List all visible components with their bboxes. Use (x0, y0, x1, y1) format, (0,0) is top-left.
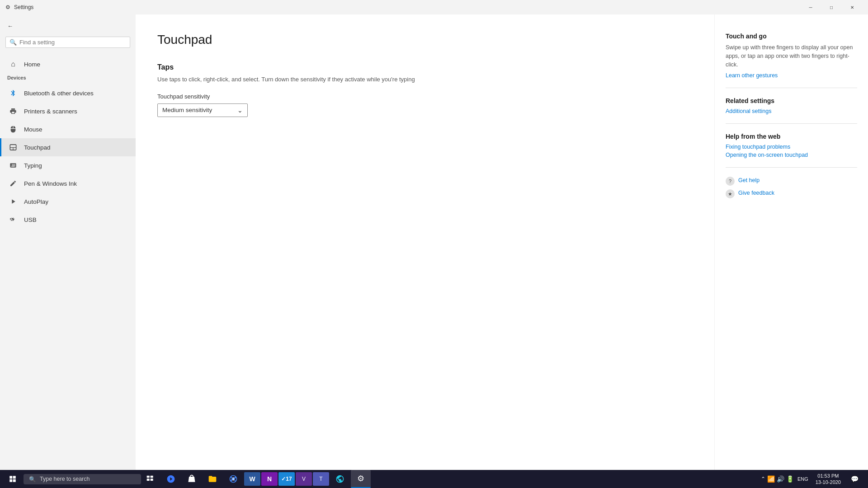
touch-and-go-section: Touch and go Swipe up with three fingers… (726, 33, 857, 79)
taskbar-app-vs[interactable]: V (296, 472, 312, 486)
back-icon: ← (7, 23, 13, 29)
typing-icon (9, 161, 18, 170)
restore-button[interactable]: □ (821, 0, 842, 14)
give-feedback-link[interactable]: Give feedback (738, 190, 774, 196)
minimize-button[interactable]: ─ (800, 0, 821, 14)
notification-button[interactable]: 💬 (846, 470, 863, 488)
help-title: Help from the web (726, 133, 857, 140)
taskbar-app-explorer[interactable] (203, 470, 222, 488)
printer-icon (9, 107, 18, 116)
taps-section-desc: Use taps to click, right-click, and sele… (157, 75, 429, 84)
sidebar-section-label: Devices (0, 73, 136, 84)
taps-section: Taps Use taps to click, right-click, and… (157, 63, 693, 117)
svg-rect-3 (147, 476, 150, 478)
sidebar: ← 🔍 ⌂ Home Devices Bluetooth & other dev… (0, 14, 136, 470)
sidebar-item-mouse[interactable]: Mouse (0, 120, 136, 138)
sidebar-item-pen[interactable]: Pen & Windows Ink (0, 174, 136, 192)
sidebar-item-typing[interactable]: Typing (0, 156, 136, 174)
mouse-icon (9, 125, 18, 134)
sidebar-item-usb[interactable]: USB (0, 211, 136, 229)
sidebar-item-touchpad-label: Touchpad (24, 144, 51, 151)
taskbar-app-onenote[interactable]: N (261, 472, 278, 486)
sidebar-item-printers[interactable]: Printers & scanners (0, 102, 136, 120)
taskbar-apps: W N ✓17 V T ⚙ (161, 470, 371, 488)
taskbar-app-chrome[interactable] (223, 470, 243, 488)
page-title: Touchpad (157, 33, 693, 47)
volume-icon: 🔊 (777, 475, 784, 483)
related-settings-section: Related settings Additional settings (726, 97, 857, 114)
give-feedback-icon: ★ (726, 189, 735, 198)
sidebar-item-home[interactable]: ⌂ Home (0, 55, 136, 73)
divider-3 (726, 167, 857, 168)
right-panel: Touch and go Swipe up with three fingers… (714, 14, 868, 470)
task-view-button[interactable] (141, 470, 159, 488)
taskbar-app-edge[interactable] (161, 470, 181, 488)
give-feedback-item: ★ Give feedback (726, 189, 857, 198)
touchpad-icon (9, 143, 18, 152)
sidebar-item-pen-label: Pen & Windows Ink (24, 180, 77, 187)
sensitivity-dropdown[interactable]: Medium sensitivity ⌄ (157, 103, 248, 117)
taskbar-app-ie[interactable] (330, 470, 350, 488)
date-display: 13-10-2020 (816, 479, 841, 485)
titlebar-controls: ─ □ ✕ (800, 0, 863, 14)
learn-gestures-link[interactable]: Learn other gestures (726, 72, 857, 79)
fixing-touchpad-link[interactable]: Fixing touchpad problems (726, 144, 857, 150)
get-help-icon: ? (726, 177, 735, 186)
taskbar-search[interactable]: 🔍 Type here to search (24, 474, 141, 484)
sidebar-item-mouse-label: Mouse (24, 126, 42, 133)
chevron-down-icon: ⌄ (237, 107, 243, 114)
divider-2 (726, 123, 857, 124)
search-input[interactable] (19, 39, 126, 46)
taskbar-search-icon: 🔍 (29, 476, 36, 483)
main-panel: Touchpad Taps Use taps to click, right-c… (136, 14, 714, 470)
home-icon: ⌂ (9, 60, 18, 69)
touch-go-text: Swipe up with three fingers to display a… (726, 43, 857, 69)
sidebar-item-home-label: Home (24, 61, 40, 68)
help-section: Help from the web Fixing touchpad proble… (726, 133, 857, 158)
taskbar-time[interactable]: 01:53 PM 13-10-2020 (812, 473, 844, 486)
taskbar-app-teams[interactable]: T (313, 472, 329, 486)
pen-icon (9, 179, 18, 188)
time-display: 01:53 PM (817, 473, 839, 479)
sidebar-item-autoplay[interactable]: AutoPlay (0, 192, 136, 211)
search-icon: 🔍 (9, 39, 17, 46)
app-body: ← 🔍 ⌂ Home Devices Bluetooth & other dev… (0, 14, 868, 470)
bluetooth-icon (9, 89, 18, 98)
search-box[interactable]: 🔍 (5, 37, 130, 48)
sidebar-item-touchpad[interactable]: Touchpad (0, 138, 136, 156)
back-button[interactable]: ← (0, 19, 136, 33)
svg-rect-5 (147, 479, 150, 481)
sensitivity-label: Touchpad sensitivity (157, 93, 693, 100)
battery-icon: 🔋 (786, 475, 794, 483)
titlebar-left: ⚙ Settings (5, 4, 33, 10)
get-help-link[interactable]: Get help (738, 177, 760, 183)
lang-label: ENG (797, 476, 808, 482)
network-icon: 📶 (767, 475, 775, 483)
sidebar-item-usb-label: USB (24, 216, 37, 223)
titlebar: ⚙ Settings ─ □ ✕ (0, 0, 868, 14)
autoplay-icon (9, 197, 18, 206)
opening-touchpad-link[interactable]: Opening the on-screen touchpad (726, 152, 857, 158)
sidebar-item-bluetooth-label: Bluetooth & other devices (24, 90, 94, 97)
taskbar-app-store[interactable] (182, 470, 202, 488)
svg-rect-4 (151, 476, 153, 478)
taskbar-app-word[interactable]: W (244, 472, 260, 486)
additional-settings-link[interactable]: Additional settings (726, 108, 857, 114)
taskbar: 🔍 Type here to search W N ✓17 V T ⚙ ⌃ 📶 … (0, 470, 868, 488)
taskbar-app-settings[interactable]: ⚙ (351, 470, 371, 488)
svg-rect-6 (151, 479, 153, 481)
close-button[interactable]: ✕ (842, 0, 863, 14)
chevron-up-icon[interactable]: ⌃ (761, 476, 765, 482)
taskbar-app-todo[interactable]: ✓17 (278, 472, 295, 486)
divider-1 (726, 88, 857, 88)
sidebar-item-bluetooth[interactable]: Bluetooth & other devices (0, 84, 136, 102)
usb-icon (9, 215, 18, 224)
sidebar-item-autoplay-label: AutoPlay (24, 198, 48, 205)
sensitivity-value: Medium sensitivity (162, 107, 212, 113)
taskbar-search-placeholder: Type here to search (40, 476, 90, 482)
start-button[interactable] (2, 470, 24, 488)
sidebar-item-typing-label: Typing (24, 162, 42, 169)
settings-icon: ⚙ (5, 4, 10, 10)
related-settings-title: Related settings (726, 97, 857, 104)
touch-go-title: Touch and go (726, 33, 857, 40)
